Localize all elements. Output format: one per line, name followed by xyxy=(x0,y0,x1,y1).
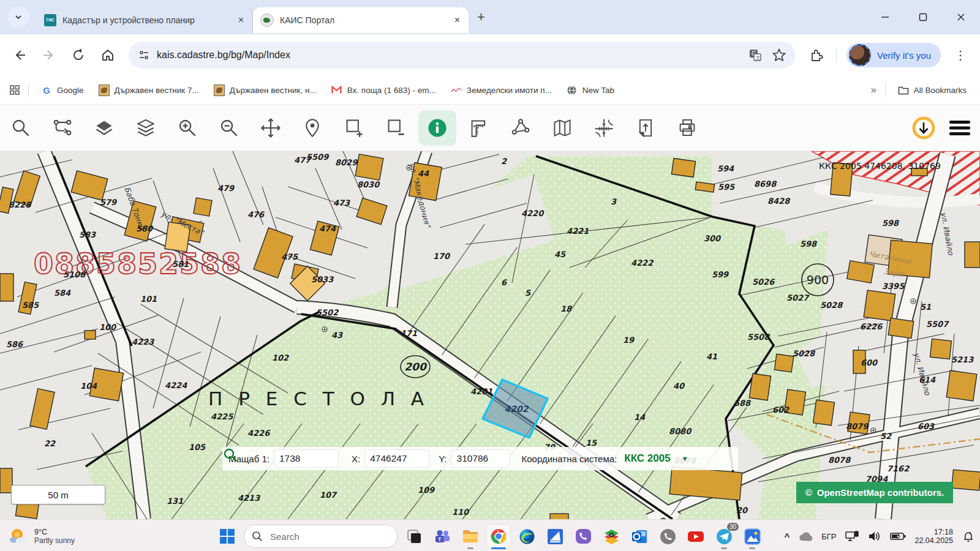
coordinate-search-icon[interactable] xyxy=(222,447,238,463)
map-canvas[interactable]: 4202 200 900 Баба Тонка ул. "Места" ул. … xyxy=(0,151,980,519)
reload-button[interactable] xyxy=(66,43,91,67)
back-button[interactable] xyxy=(7,43,32,67)
start-button[interactable] xyxy=(216,525,239,548)
selection-flow-tool-button[interactable] xyxy=(42,109,83,147)
bookmark-star-icon[interactable] xyxy=(771,47,787,63)
tray-expand-button[interactable]: ^ xyxy=(784,531,790,542)
scanner-app-button[interactable] xyxy=(543,525,567,548)
parcel-number-label: 3395 xyxy=(882,282,905,291)
minimize-button[interactable] xyxy=(866,0,904,34)
bookmark-gmail-inbox[interactable]: Вх. поща (1 683) - em... xyxy=(331,84,436,96)
parcel-number-label: 5213 xyxy=(951,355,974,364)
file-explorer-button[interactable] xyxy=(459,525,482,548)
teams-button[interactable]: T xyxy=(431,525,454,548)
taskbar-search-input[interactable] xyxy=(269,531,369,542)
url-text[interactable]: kais.cadastre.bg/bg/Map/Index xyxy=(157,50,748,61)
parcel-number-label: 52 xyxy=(880,432,892,441)
bluestacks-button[interactable] xyxy=(600,525,623,548)
browser-menu-button[interactable]: ⋮ xyxy=(948,43,973,67)
photos-button[interactable] xyxy=(741,525,764,548)
parcel-number-label: 2 xyxy=(501,157,507,166)
crs-select[interactable]: ККС 2005 xyxy=(624,452,670,465)
chrome-icon xyxy=(490,528,507,545)
crs-dropdown-caret[interactable]: ▼ xyxy=(682,455,688,462)
translate-icon[interactable]: G文 xyxy=(748,48,763,62)
coordinates-tool-button[interactable] xyxy=(583,109,625,147)
bookmark-darzhaven-vestnik-7[interactable]: Държавен вестник 7... xyxy=(99,84,199,96)
network-display-icon[interactable] xyxy=(845,530,859,542)
parcel-number-label: 581 xyxy=(172,260,189,269)
tab-label: Кадастър и устройствено планир xyxy=(62,15,228,25)
taskbar-search[interactable] xyxy=(244,525,398,548)
pan-tool-button[interactable] xyxy=(250,109,292,147)
parcel-number-label: 40 xyxy=(673,381,685,391)
extensions-button[interactable] xyxy=(804,43,829,67)
close-window-button[interactable] xyxy=(942,0,980,34)
parcel-number-label: 7162 xyxy=(887,464,910,473)
apps-grid-icon[interactable] xyxy=(9,84,21,96)
parcel-number-label: 5508 xyxy=(747,332,771,342)
battery-icon[interactable] xyxy=(890,531,906,541)
task-view-button[interactable] xyxy=(402,525,426,548)
scale-input[interactable] xyxy=(274,450,338,467)
layer-list-tool-button[interactable] xyxy=(125,109,167,147)
download-button[interactable] xyxy=(910,114,937,141)
bookmark-darzhaven-vestnik-n[interactable]: Държавен вестник, н... xyxy=(214,84,317,96)
clock[interactable]: 17:18 22.04.2025 xyxy=(914,528,953,545)
map-sheets-tool-button[interactable] xyxy=(541,109,583,147)
edge-button[interactable] xyxy=(515,525,538,548)
forward-button[interactable] xyxy=(37,43,61,67)
weather-widget[interactable]: 9°C Partly sunny xyxy=(9,527,75,546)
language-indicator[interactable]: БГР xyxy=(821,532,836,541)
bookmark-zemedelski-imoti[interactable]: Земеделски имоти п... xyxy=(451,84,552,96)
notifications-bell-icon[interactable]: z xyxy=(962,530,975,543)
export-tool-button[interactable] xyxy=(625,109,666,147)
locate-tool-button[interactable] xyxy=(292,109,333,147)
chrome-button[interactable] xyxy=(487,525,510,548)
bookmark-new-tab[interactable]: New Tab xyxy=(567,84,614,96)
tab-search-chevron-button[interactable] xyxy=(7,6,29,28)
browser-navbar: kais.cadastre.bg/bg/Map/Index G文 Verify … xyxy=(0,34,980,76)
info-tool-button[interactable] xyxy=(418,110,456,146)
parcel-number-label: 588 xyxy=(734,399,752,408)
parcel-number-label: 8428 xyxy=(767,197,791,206)
bookmark-google[interactable]: GGoogle xyxy=(41,84,84,96)
menu-button[interactable] xyxy=(948,119,971,137)
y-input[interactable] xyxy=(452,450,510,467)
tab-close-icon[interactable]: × xyxy=(452,15,462,26)
zoom-rect-out-tool-button[interactable] xyxy=(375,109,417,147)
search-tool-button[interactable] xyxy=(0,109,42,147)
teams-icon: T xyxy=(434,528,451,545)
bookmarks-overflow-button[interactable]: » xyxy=(871,84,876,96)
home-button[interactable] xyxy=(96,43,120,67)
viber-icon xyxy=(575,528,592,545)
address-bar[interactable]: kais.cadastre.bg/bg/Map/Index G文 xyxy=(129,42,796,69)
layers-tool-button[interactable] xyxy=(83,109,125,147)
viber-button[interactable] xyxy=(571,525,595,548)
all-bookmarks-button[interactable]: All Bookmarks xyxy=(898,84,967,96)
print-tool-button[interactable] xyxy=(666,109,708,147)
onedrive-icon[interactable] xyxy=(798,531,813,541)
task-view-icon xyxy=(406,528,422,544)
maximize-button[interactable] xyxy=(904,0,942,34)
zoom-out-tool-button[interactable] xyxy=(208,109,250,147)
x-input[interactable] xyxy=(365,450,429,467)
zoom-rect-in-tool-button[interactable] xyxy=(333,109,375,147)
measure-tool-button[interactable] xyxy=(458,109,500,147)
profile-verify-button[interactable]: Verify it's you xyxy=(846,43,941,67)
youtube-button[interactable] xyxy=(684,525,707,548)
tab-kais-portal[interactable]: КАИС Портал × xyxy=(253,7,469,33)
site-settings-icon[interactable] xyxy=(137,48,151,62)
volume-icon[interactable] xyxy=(868,530,881,542)
topology-tool-button[interactable] xyxy=(500,109,541,147)
outlook-button[interactable] xyxy=(628,525,651,548)
zoom-in-tool-button[interactable] xyxy=(167,109,208,147)
parcel-number-label: 4221 xyxy=(567,227,589,236)
telegram-button[interactable]: 30 xyxy=(712,525,736,548)
tab-cadastre-planning[interactable]: ГИС Кадастър и устройствено планир × xyxy=(37,7,253,33)
parcel-number-label: 5502 xyxy=(316,308,339,317)
tab-close-icon[interactable]: × xyxy=(236,15,246,26)
whatsapp-button[interactable] xyxy=(656,525,679,548)
new-tab-button[interactable]: + xyxy=(477,9,485,25)
parcel-number-label: 22 xyxy=(44,439,56,448)
